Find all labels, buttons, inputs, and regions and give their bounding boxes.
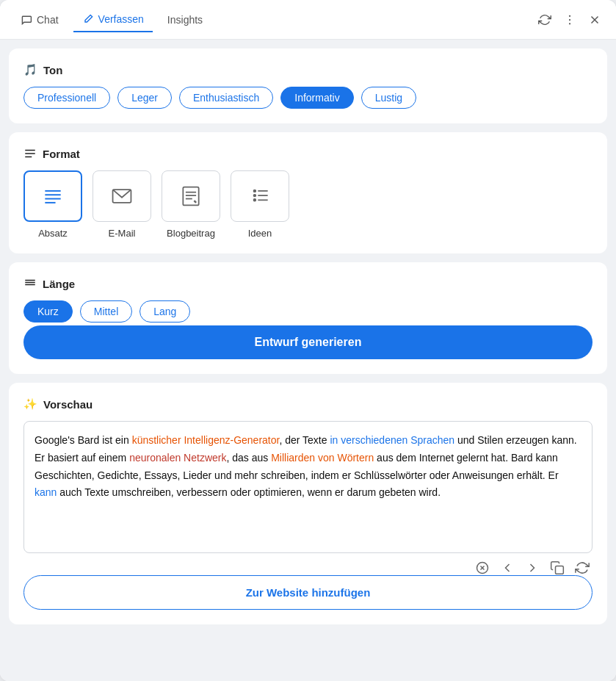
generate-button[interactable]: Entwurf generieren	[23, 325, 593, 359]
edit-icon	[82, 13, 94, 25]
ideen-icon	[248, 184, 272, 208]
chip-lang[interactable]: Lang	[139, 300, 190, 323]
format-label-blogbeitrag: Blogbeitrag	[167, 228, 215, 239]
chip-mittel[interactable]: Mittel	[80, 300, 132, 323]
format-option-ideen[interactable]: Ideen	[231, 170, 289, 239]
nav-tabs: Chat Verfassen Insights	[12, 7, 535, 32]
format-label: Format	[23, 147, 593, 160]
preview-actions	[23, 561, 593, 575]
format-label-absatz: Absatz	[38, 228, 68, 239]
copy-icon	[550, 561, 565, 575]
svg-rect-32	[556, 566, 564, 574]
add-website-button[interactable]: Zur Website hinzufügen	[23, 575, 593, 610]
chip-lustig[interactable]: Lustig	[361, 87, 416, 109]
top-bar-actions	[535, 10, 604, 29]
laenge-card: Länge Kurz Mittel Lang Entwurf generiere…	[9, 262, 607, 374]
tab-insights-label: Insights	[167, 14, 203, 26]
tab-verfassen[interactable]: Verfassen	[73, 7, 153, 32]
next-icon	[525, 561, 540, 575]
svg-point-25	[254, 199, 256, 201]
tab-verfassen-label: Verfassen	[98, 13, 144, 25]
absatz-icon	[41, 184, 65, 208]
format-title: Format	[43, 148, 80, 160]
vorschau-label: ✨ Vorschau	[23, 397, 593, 411]
ton-title: Ton	[43, 64, 62, 76]
refresh-icon	[538, 13, 551, 26]
format-box-absatz	[23, 170, 82, 222]
preview-close-icon	[475, 561, 490, 575]
laenge-icon	[23, 277, 37, 290]
format-box-ideen	[231, 170, 289, 222]
laenge-label: Länge	[23, 277, 593, 290]
ton-card: 🎵 Ton Professionell Leger Enthusiastisch…	[9, 48, 607, 123]
svg-point-24	[254, 195, 256, 197]
svg-point-1	[569, 18, 570, 20]
preview-next-button[interactable]	[525, 561, 540, 575]
chip-informativ[interactable]: Informativ	[280, 87, 353, 109]
preview-close-button[interactable]	[475, 561, 490, 575]
tab-insights[interactable]: Insights	[159, 8, 211, 32]
ton-label: 🎵 Ton	[23, 63, 593, 76]
main-content: 🎵 Ton Professionell Leger Enthusiastisch…	[0, 40, 616, 681]
preview-refresh-button[interactable]	[575, 561, 590, 575]
ton-icon: 🎵	[23, 63, 37, 76]
prev-icon	[500, 561, 515, 575]
chip-professionell[interactable]: Professionell	[23, 87, 110, 109]
svg-point-2	[569, 23, 570, 24]
blogbeitrag-icon	[179, 184, 203, 208]
laenge-chip-group: Kurz Mittel Lang	[23, 300, 593, 323]
preview-prev-button[interactable]	[500, 561, 515, 575]
preview-text-box: Google's Bard ist ein künstlicher Intell…	[23, 421, 593, 553]
email-icon	[110, 184, 134, 208]
format-label-ideen: Ideen	[248, 228, 272, 239]
vorschau-title: Vorschau	[43, 398, 93, 411]
more-button[interactable]	[560, 10, 579, 29]
preview-refresh-icon	[575, 561, 590, 575]
more-icon	[563, 13, 576, 26]
preview-text: Google's Bard ist ein künstlicher Intell…	[35, 434, 577, 498]
laenge-title: Länge	[43, 278, 75, 290]
vorschau-card: ✨ Vorschau Google's Bard ist ein künstli…	[9, 383, 607, 624]
vorschau-icon: ✨	[23, 397, 37, 411]
format-card: Format Absatz	[9, 132, 607, 253]
format-option-blogbeitrag[interactable]: Blogbeitrag	[162, 170, 220, 239]
format-icon	[23, 147, 37, 160]
format-box-email	[93, 170, 151, 222]
close-icon	[588, 13, 601, 26]
chip-leger[interactable]: Leger	[117, 87, 172, 109]
format-option-absatz[interactable]: Absatz	[23, 170, 82, 239]
chip-kurz[interactable]: Kurz	[23, 300, 73, 323]
ton-chip-group: Professionell Leger Enthusiastisch Infor…	[23, 87, 593, 109]
tab-chat-label: Chat	[37, 14, 59, 26]
refresh-button[interactable]	[535, 10, 554, 29]
format-options: Absatz E-Mail	[23, 170, 593, 239]
svg-point-23	[254, 190, 256, 192]
preview-copy-button[interactable]	[550, 561, 565, 575]
chat-icon	[21, 14, 32, 26]
format-option-email[interactable]: E-Mail	[93, 170, 151, 239]
top-bar: Chat Verfassen Insights	[0, 0, 616, 40]
format-label-email: E-Mail	[109, 228, 136, 239]
svg-point-0	[569, 15, 570, 16]
format-box-blogbeitrag	[162, 170, 220, 222]
chip-enthusiastisch[interactable]: Enthusiastisch	[179, 87, 273, 109]
tab-chat[interactable]: Chat	[12, 8, 68, 32]
app-window: Chat Verfassen Insights	[0, 0, 616, 681]
close-button[interactable]	[585, 10, 604, 29]
